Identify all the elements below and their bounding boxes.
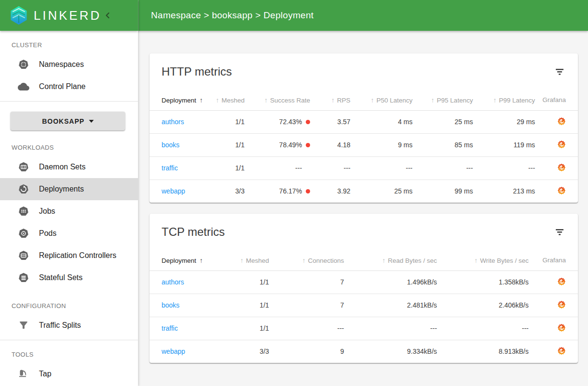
meshed-cell: 1/1 bbox=[201, 133, 245, 156]
sort-arrow-icon: ↑ bbox=[431, 96, 435, 104]
sidebar-item-label: Stateful Sets bbox=[39, 273, 83, 282]
p99-cell: --- bbox=[473, 156, 535, 180]
section-label-tools: TOOLS bbox=[12, 351, 126, 358]
table-row: webapp 3/3 9 9.334kB/s 8.913kB/s bbox=[150, 340, 578, 363]
meshed-cell: 1/1 bbox=[201, 294, 269, 317]
column-header-rps[interactable]: ↑RPS bbox=[310, 90, 350, 110]
namespace-selector-button[interactable]: BOOKSAPP bbox=[11, 112, 125, 130]
column-header-success-rate[interactable]: ↑Success Rate bbox=[245, 90, 310, 110]
sort-arrow-icon: ↑ bbox=[302, 257, 305, 264]
column-header-write-bytes[interactable]: ↑Write Bytes / sec bbox=[437, 250, 529, 270]
sidebar-item-label: Traffic Splits bbox=[39, 321, 81, 330]
column-header-meshed[interactable]: ↑Meshed bbox=[201, 250, 269, 270]
column-header-deployment[interactable]: Deployment↑ bbox=[150, 90, 201, 110]
read-bytes-cell: --- bbox=[344, 317, 437, 340]
cloud-icon bbox=[18, 81, 29, 92]
sidebar-item-tap[interactable]: Tap bbox=[0, 363, 138, 385]
sidebar-item-daemon-sets[interactable]: Daemon Sets bbox=[0, 156, 138, 178]
http-filter-button[interactable] bbox=[553, 66, 566, 77]
sidebar: LINKERD CLUSTER Namespaces Control Plane bbox=[0, 0, 138, 386]
deployment-link[interactable]: books bbox=[162, 301, 179, 309]
column-header-p95[interactable]: ↑P95 Latency bbox=[413, 90, 473, 110]
p95-cell: 25 ms bbox=[413, 110, 473, 133]
grafana-icon bbox=[557, 117, 566, 126]
grafana-dashboard-link[interactable] bbox=[557, 347, 566, 355]
meshed-cell: 1/1 bbox=[201, 156, 245, 180]
sidebar-item-traffic-splits[interactable]: Traffic Splits bbox=[0, 314, 138, 336]
write-bytes-cell: 2.406kB/s bbox=[437, 294, 529, 317]
sidebar-item-label: Control Plane bbox=[39, 82, 86, 91]
grafana-icon bbox=[557, 277, 566, 286]
sidebar-item-label: Deployments bbox=[39, 185, 84, 193]
linkerd-dashboard: LINKERD CLUSTER Namespaces Control Plane bbox=[0, 0, 588, 386]
deployment-link[interactable]: webapp bbox=[162, 347, 185, 355]
sidebar-item-jobs[interactable]: Jobs bbox=[0, 200, 138, 222]
deployment-link[interactable]: webapp bbox=[162, 187, 185, 195]
funnel-icon bbox=[18, 320, 29, 331]
column-header-read-bytes[interactable]: ↑Read Bytes / sec bbox=[344, 250, 437, 270]
chevron-left-icon bbox=[102, 10, 113, 21]
deployment-link[interactable]: authors bbox=[162, 278, 184, 286]
grafana-dashboard-link[interactable] bbox=[557, 277, 566, 286]
rps-cell: --- bbox=[310, 156, 350, 180]
column-header-meshed[interactable]: ↑Meshed bbox=[201, 90, 245, 110]
tcp-filter-button[interactable] bbox=[553, 227, 566, 238]
read-bytes-cell: 2.481kB/s bbox=[344, 294, 437, 317]
sidebar-item-stateful-sets[interactable]: Stateful Sets bbox=[0, 267, 138, 289]
sort-arrow-icon: ↑ bbox=[382, 257, 386, 264]
connections-cell: 7 bbox=[269, 270, 344, 294]
status-dot bbox=[306, 189, 310, 193]
deployment-link[interactable]: traffic bbox=[162, 164, 178, 172]
deployment-link[interactable]: authors bbox=[162, 118, 184, 126]
replication-controller-icon bbox=[18, 250, 29, 261]
column-header-grafana: Grafana bbox=[535, 90, 578, 110]
tcp-metrics-title: TCP metrics bbox=[162, 225, 225, 239]
statefulset-icon bbox=[18, 272, 29, 283]
status-dot bbox=[306, 143, 310, 147]
grafana-dashboard-link[interactable] bbox=[557, 323, 566, 332]
sidebar-item-pods[interactable]: Pods bbox=[0, 222, 138, 244]
sidebar-logo-bar: LINKERD bbox=[0, 0, 138, 31]
column-header-connections[interactable]: ↑Connections bbox=[269, 250, 344, 270]
success-rate-cell: --- bbox=[245, 156, 310, 180]
sidebar-item-label: Pods bbox=[39, 229, 56, 238]
deployment-link[interactable]: traffic bbox=[162, 324, 178, 332]
success-rate-cell: 78.49% bbox=[245, 133, 310, 156]
p50-cell: 9 ms bbox=[350, 133, 413, 156]
daemonset-icon bbox=[18, 161, 29, 173]
sidebar-collapse-button[interactable] bbox=[102, 10, 113, 21]
column-header-p50[interactable]: ↑P50 Latency bbox=[350, 90, 413, 110]
filter-list-icon bbox=[555, 229, 564, 236]
grafana-dashboard-link[interactable] bbox=[557, 300, 566, 309]
sort-arrow-icon: ↑ bbox=[264, 96, 268, 104]
grafana-icon bbox=[557, 347, 566, 355]
p50-cell: --- bbox=[350, 156, 413, 180]
http-metrics-table: Deployment↑ ↑Meshed ↑Success Rate ↑RPS ↑… bbox=[150, 90, 578, 203]
grafana-dashboard-link[interactable] bbox=[557, 140, 566, 149]
meshed-cell: 3/3 bbox=[201, 180, 245, 203]
column-header-deployment[interactable]: Deployment↑ bbox=[150, 250, 201, 270]
sidebar-item-replication-controllers[interactable]: Replication Controllers bbox=[0, 244, 138, 267]
table-row: books 1/1 78.49% 4.18 9 ms 85 ms 119 ms bbox=[150, 133, 578, 156]
tcp-metrics-card: TCP metrics Deployment↑ ↑Meshed ↑Conn bbox=[150, 214, 578, 363]
rps-cell: 4.18 bbox=[310, 133, 350, 156]
main-content: HTTP metrics Deployment↑ ↑Meshed ↑Suc bbox=[138, 31, 588, 386]
sort-asc-icon: ↑ bbox=[200, 257, 203, 264]
grafana-dashboard-link[interactable] bbox=[557, 186, 566, 195]
grafana-icon bbox=[557, 300, 566, 309]
grafana-dashboard-link[interactable] bbox=[557, 117, 566, 126]
grafana-dashboard-link[interactable] bbox=[557, 163, 566, 172]
sidebar-item-label: Namespaces bbox=[39, 60, 84, 69]
sidebar-item-control-plane[interactable]: Control Plane bbox=[0, 76, 138, 98]
grafana-icon bbox=[557, 163, 566, 172]
linkerd-home-link[interactable]: LINKERD bbox=[8, 4, 101, 26]
sidebar-item-deployments[interactable]: Deployments bbox=[0, 178, 138, 200]
sort-arrow-icon: ↑ bbox=[371, 96, 374, 104]
p99-cell: 29 ms bbox=[473, 110, 535, 133]
deployment-link[interactable]: books bbox=[162, 141, 179, 149]
column-header-p99[interactable]: ↑P99 Latency bbox=[473, 90, 535, 110]
column-header-grafana: Grafana bbox=[529, 250, 578, 270]
sidebar-item-namespaces[interactable]: Namespaces bbox=[0, 53, 138, 76]
meshed-cell: 1/1 bbox=[201, 270, 269, 294]
write-bytes-cell: 1.358kB/s bbox=[437, 270, 529, 294]
